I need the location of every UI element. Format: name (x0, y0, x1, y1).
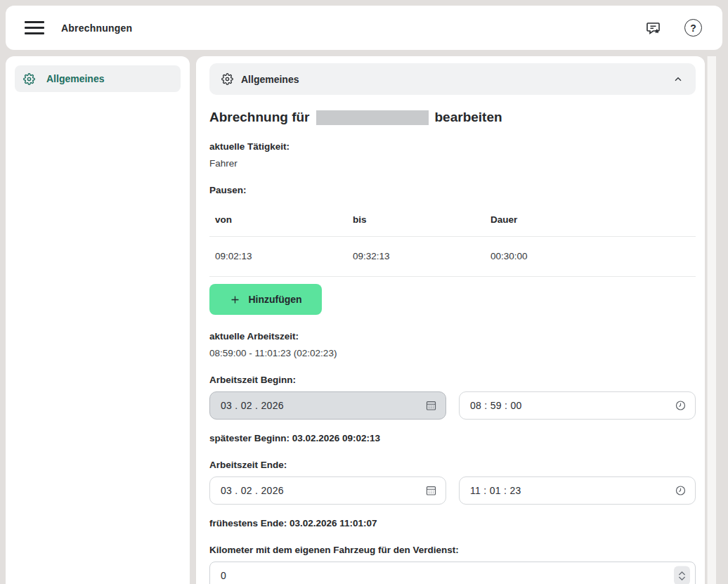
begin-date-input[interactable]: 03 . 02 . 2026 (209, 391, 446, 420)
clock-icon[interactable] (675, 485, 687, 497)
page-title-prefix: Abrechnung für (209, 110, 310, 125)
end-time-value: 11 : 01 : 23 (470, 485, 521, 496)
page-title-suffix: bearbeiten (435, 110, 502, 125)
column-header-bis: bis (347, 204, 485, 236)
end-hint: frühestens Ende: 03.02.2026 11:01:07 (209, 518, 696, 528)
pause-von: 09:02:13 (209, 237, 347, 276)
pauses-label: Pausen: (209, 185, 696, 195)
section-header-allgemeines[interactable]: Allgemeines (209, 63, 696, 95)
sidebar-item-allgemeines[interactable]: Allgemeines (15, 65, 181, 92)
kilometers-label: Kilometer mit dem eigenen Fahrzeug für d… (209, 545, 696, 555)
end-date-value: 03 . 02 . 2026 (221, 485, 284, 496)
stepper-icon[interactable] (674, 566, 690, 584)
begin-label: Arbeitszeit Beginn: (209, 375, 696, 385)
sidebar-item-label: Allgemeines (46, 73, 104, 84)
kilometers-input[interactable]: 0 (209, 562, 696, 584)
redacted-name (316, 110, 429, 125)
end-fields: 03 . 02 . 2026 11 : 01 : 23 (209, 476, 696, 505)
begin-time-input[interactable]: 08 : 59 : 00 (459, 391, 696, 420)
calendar-icon[interactable] (425, 400, 437, 412)
table-row[interactable]: 09:02:13 09:32:13 00:30:00 (209, 237, 696, 276)
app-title: Abrechnungen (61, 22, 132, 34)
help-icon[interactable]: ? (684, 19, 702, 37)
scrollbar[interactable] (707, 56, 716, 584)
sidebar: Allgemeines (6, 56, 190, 584)
begin-time-value: 08 : 59 : 00 (470, 400, 522, 411)
feedback-icon-glyph (644, 20, 663, 37)
column-header-dauer: Dauer (485, 204, 696, 236)
page-title: Abrechnung für bearbeiten (209, 110, 696, 125)
activity-label: aktuelle Tätigkeit: (209, 141, 696, 152)
feedback-icon[interactable] (644, 20, 663, 37)
pauses-table: von bis Dauer 09:02:13 09:32:13 00:30:00 (209, 204, 696, 277)
plus-icon (229, 294, 241, 306)
kilometers-value: 0 (221, 570, 226, 581)
column-header-von: von (209, 204, 347, 236)
end-time-input[interactable]: 11 : 01 : 23 (459, 476, 696, 505)
pause-bis: 09:32:13 (347, 237, 485, 276)
chevron-up-icon[interactable] (672, 74, 684, 85)
clock-icon[interactable] (675, 400, 687, 412)
worktime-label: aktuelle Arbeitszeit: (209, 331, 696, 342)
worktime-value: 08:59:00 - 11:01:23 (02:02:23) (209, 348, 696, 358)
begin-fields: 03 . 02 . 2026 08 : 59 : 00 (209, 391, 696, 420)
topbar-actions: ? (644, 19, 702, 37)
topbar: Abrechnungen ? (6, 6, 722, 50)
menu-icon[interactable] (25, 21, 44, 35)
add-pause-button[interactable]: Hinzufügen (209, 284, 322, 315)
activity-value: Fahrer (209, 158, 696, 169)
gear-icon (23, 73, 35, 85)
pause-dauer: 00:30:00 (485, 237, 696, 276)
calendar-icon[interactable] (425, 485, 437, 497)
gear-icon (221, 73, 233, 85)
pauses-table-header: von bis Dauer (209, 204, 696, 236)
table-divider (209, 276, 696, 277)
begin-date-value: 03 . 02 . 2026 (221, 400, 284, 411)
end-label: Arbeitszeit Ende: (209, 460, 696, 470)
main-panel: Allgemeines Abrechnung für bearbeiten ak… (196, 56, 705, 584)
begin-hint: spätester Beginn: 03.02.2026 09:02:13 (209, 433, 696, 443)
end-date-input[interactable]: 03 . 02 . 2026 (209, 476, 446, 505)
help-icon-glyph: ? (684, 19, 702, 37)
section-header-label: Allgemeines (241, 74, 299, 85)
add-pause-button-label: Hinzufügen (248, 294, 301, 305)
